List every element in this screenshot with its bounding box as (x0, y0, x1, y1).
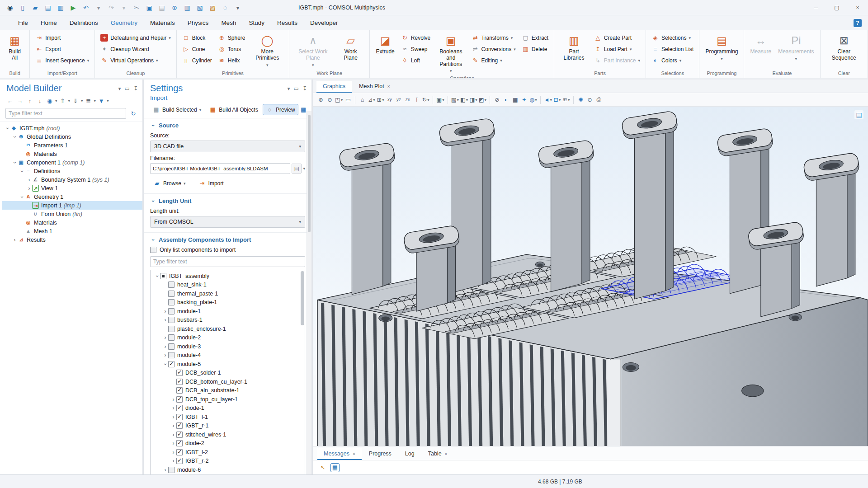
assembly-item-dcb-aln-substrate-1[interactable]: DCB_aln_substrate-1 (151, 386, 305, 395)
run-icon[interactable]: ▶ (68, 2, 79, 13)
tree-item-import-1[interactable]: ⇥Import 1(imp 1) (2, 201, 142, 210)
ribbon-sweep-button[interactable]: ≈Sweep (399, 44, 433, 54)
model-tree-filter-input[interactable] (5, 108, 126, 119)
tree-item-view-1[interactable]: ›↗View 1 (2, 184, 142, 192)
menu-geometry[interactable]: Geometry (111, 19, 137, 26)
hide-objects-icon[interactable]: ⊘ (493, 95, 501, 105)
sound-icon[interactable]: ◄▾ (543, 95, 552, 105)
assembly-item-module-1[interactable]: ›module-1 (151, 307, 305, 316)
assembly-item-module-5[interactable]: ›module-5 (151, 360, 305, 369)
ribbon-virtual-operations-button[interactable]: ✎Virtual Operations▾ (98, 55, 173, 66)
only-list-checkbox[interactable] (150, 247, 156, 253)
ribbon-part-libraries-button[interactable]: ▥Part Libraries (557, 33, 590, 63)
model-builder-panel-menu-icon[interactable]: ▾ (118, 85, 121, 92)
expand-arrow-icon[interactable]: › (170, 449, 176, 455)
copy-icon[interactable]: ▣ (144, 2, 155, 13)
collapse-arrow-icon[interactable]: › (162, 361, 169, 367)
expand-icon[interactable]: ⇑ (58, 96, 67, 105)
ribbon-extrude-button[interactable]: ◪Extrude (373, 33, 397, 56)
collapse-arrow-icon[interactable]: › (12, 160, 18, 165)
tab-mesh-plot[interactable]: Mesh Plot× (353, 81, 396, 93)
menu-materials[interactable]: Materials (150, 19, 175, 26)
checkbox[interactable] (168, 282, 175, 288)
ribbon-transforms-button[interactable]: ⇄Transforms▾ (469, 33, 518, 43)
select-box-icon[interactable]: ▧ (194, 2, 205, 13)
expand-arrow-icon[interactable]: › (162, 343, 168, 350)
clear-selection-icon[interactable]: ▨ (207, 2, 218, 13)
ribbon-export-button[interactable]: ⇤Export (33, 44, 91, 54)
tree-item-materials[interactable]: ◎Materials (2, 218, 142, 227)
new-file-icon[interactable]: ▯ (17, 2, 28, 13)
assembly-item-heat-sink-1[interactable]: heat_sink-1 (151, 281, 305, 290)
ribbon-defeaturing-and-repair-button[interactable]: +Defeaturing and Repair▾ (98, 33, 173, 43)
redo-caret-icon[interactable]: ▾ (118, 2, 129, 13)
forward-icon[interactable]: → (15, 96, 24, 105)
view-yz-icon[interactable]: yz (394, 95, 403, 105)
file-browse-icon[interactable]: ▤ (292, 164, 302, 174)
source-section-header[interactable]: › Source (150, 122, 305, 129)
ribbon-selection-list-button[interactable]: ≡Selection List (649, 44, 696, 54)
rotate-view-icon[interactable]: ↻▾ (421, 95, 430, 105)
ribbon-booleans-and-partitions-button[interactable]: ▣Booleans and Partitions▾ (434, 33, 467, 75)
checkbox[interactable] (176, 387, 183, 394)
tree-item-boundary-system-1[interactable]: ›∠Boundary System 1(sys 1) (2, 175, 142, 184)
ribbon-build-all-button[interactable]: ▦Build All (3, 33, 26, 63)
ribbon-extract-button[interactable]: ▢Extract (519, 33, 551, 43)
menu-developer[interactable]: Developer (310, 19, 338, 26)
checkbox[interactable] (168, 361, 175, 367)
assembly-item-dcb-bottom-cu-layer-1[interactable]: DCB_bottom_cu_layer-1 (151, 377, 305, 386)
wireframe-icon[interactable]: ▦ (511, 95, 519, 105)
assembly-item-module-3[interactable]: ›module-3 (151, 342, 305, 351)
select-edges-icon[interactable]: ◩▾ (478, 95, 487, 105)
collapse-arrow-icon[interactable]: › (12, 134, 18, 140)
assembly-item-igbt-r-1[interactable]: ›IGBT_r-1 (151, 422, 305, 431)
checkbox[interactable] (176, 449, 183, 455)
expand-arrow-icon[interactable]: › (162, 317, 168, 323)
reset-scene-icon[interactable]: ✺ (576, 95, 585, 105)
undo-icon[interactable]: ↶ (80, 2, 91, 13)
checkbox[interactable] (160, 273, 166, 279)
assembly-section-header[interactable]: › Assembly Components to Import (150, 236, 305, 243)
expand-arrow-icon[interactable]: › (162, 308, 168, 314)
expand-arrow-icon[interactable]: › (170, 458, 176, 464)
model-builder-pin-panel-icon[interactable]: ↧ (133, 85, 138, 92)
tree-item-igbt-mph[interactable]: ›◆IGBT.mph(root) (2, 124, 142, 132)
collapse-icon[interactable]: ⇓ (71, 96, 80, 105)
open-file-icon[interactable]: ▰ (30, 2, 41, 13)
ribbon-torus-button[interactable]: ◎Torus (216, 44, 248, 54)
checkbox[interactable] (176, 414, 183, 420)
tab-graphics[interactable]: Graphics (316, 81, 352, 93)
checkbox[interactable] (168, 317, 175, 323)
ribbon-part-instance-button[interactable]: ↳Part Instance▾ (592, 55, 642, 66)
ribbon-measurements-button[interactable]: PiMeasurements▾ (775, 33, 816, 62)
assembly-list-scrollbar[interactable] (301, 271, 304, 325)
ribbon-block-button[interactable]: □Block (180, 33, 214, 43)
checkbox[interactable] (176, 370, 183, 376)
cut-icon[interactable]: ✂ (131, 2, 142, 13)
ribbon-load-part-button[interactable]: ↥Load Part▾ (592, 44, 642, 54)
expand-arrow-icon[interactable]: › (170, 422, 176, 429)
ribbon-cleanup-wizard-button[interactable]: ✦Cleanup Wizard (98, 44, 173, 54)
delete-icon[interactable]: ▥ (182, 2, 193, 13)
expand-arrow-icon[interactable]: › (162, 352, 168, 358)
ribbon-select-work-plane-button[interactable]: ∧Select Work Plane▾ (292, 33, 334, 69)
checkbox[interactable] (168, 352, 175, 358)
projection-icon[interactable]: ⊞▾ (376, 95, 385, 105)
expand-arrow-icon[interactable]: › (170, 432, 176, 438)
ribbon-measure-button[interactable]: ↔Measure (747, 33, 774, 56)
assembly-item-diode-2[interactable]: ›diode-2 (151, 439, 305, 448)
ribbon-colors-button[interactable]: ◐Colors▾ (649, 55, 696, 66)
select-box-tool-icon[interactable]: ▧▾ (451, 95, 459, 105)
back-icon[interactable]: ← (5, 96, 14, 105)
expand-arrow-icon[interactable]: › (162, 467, 168, 473)
expand-arrow-icon[interactable]: › (170, 405, 176, 411)
checkbox[interactable] (176, 440, 183, 446)
environment-icon[interactable]: ◍▾ (529, 95, 538, 105)
checkbox[interactable] (176, 432, 183, 438)
ribbon-selections-button[interactable]: ◈Selections▾ (649, 33, 696, 43)
zoom-extents-icon[interactable]: ◳▾ (335, 95, 343, 105)
image-snapshot-icon[interactable]: ▣▾ (436, 95, 444, 105)
checkbox[interactable] (176, 458, 183, 464)
checkbox[interactable] (168, 467, 175, 473)
tree-item-materials[interactable]: ◎Materials (2, 150, 142, 158)
